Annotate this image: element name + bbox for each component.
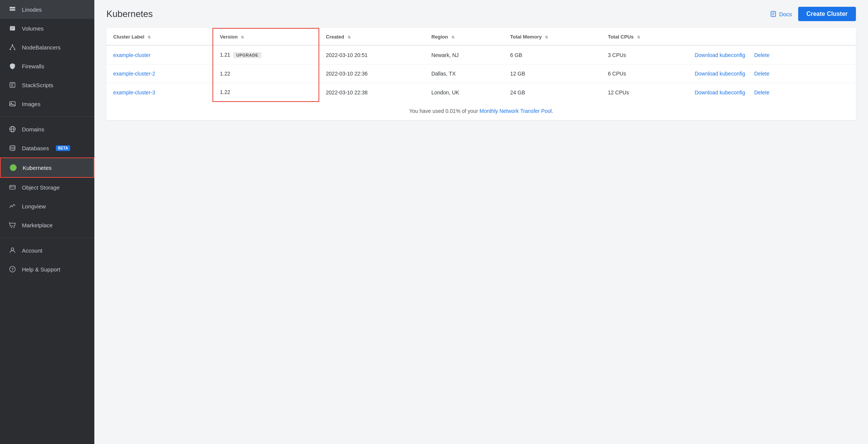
sidebar-item-kubernetes[interactable]: Kubernetes <box>0 157 94 178</box>
region-cell: London, UK <box>425 83 503 102</box>
col-cluster-label[interactable]: Cluster Label ⇅ <box>106 28 213 45</box>
version-cell: 1.22 <box>213 65 319 83</box>
sidebar-item-label: NodeBalancers <box>22 44 61 51</box>
total-cpus-cell: 12 CPUs <box>601 83 688 102</box>
col-actions <box>688 28 856 45</box>
docs-label: Docs <box>779 11 792 17</box>
domains-icon <box>8 125 17 133</box>
sidebar-item-volumes[interactable]: Volumes <box>0 19 94 38</box>
svg-rect-23 <box>10 185 15 189</box>
cluster-label-link[interactable]: example-cluster-2 <box>113 71 155 77</box>
sidebar-item-label: Volumes <box>22 25 44 32</box>
svg-line-11 <box>12 46 15 49</box>
sidebar-item-images[interactable]: Images <box>0 94 94 113</box>
cluster-label-cell: example-cluster <box>106 45 213 65</box>
actions-cell: Download kubeconfigDelete <box>688 83 856 102</box>
sidebar-item-label: Kubernetes <box>23 165 52 171</box>
region-cell: Dallas, TX <box>425 65 503 83</box>
sort-region-icon[interactable]: ⇅ <box>451 35 454 39</box>
svg-point-9 <box>14 49 15 50</box>
sidebar-item-linodes[interactable]: Linodes <box>0 0 94 19</box>
sidebar-item-nodebalancers[interactable]: NodeBalancers <box>0 38 94 57</box>
sidebar-item-label: Linodes <box>22 6 42 13</box>
sidebar-item-longview[interactable]: Longview <box>0 197 94 216</box>
kubernetes-icon <box>9 163 17 172</box>
header-actions: Docs Create Cluster <box>770 7 856 21</box>
sort-cluster-label-icon[interactable]: ⇅ <box>148 35 151 39</box>
docs-button[interactable]: Docs <box>770 11 792 17</box>
total-memory-cell: 24 GB <box>503 83 601 102</box>
table-row: example-cluster-21.222022-03-10 22:36Dal… <box>106 65 856 83</box>
svg-line-28 <box>9 222 10 224</box>
server-icon <box>8 5 17 14</box>
sort-created-icon[interactable]: ⇅ <box>348 35 351 39</box>
total-memory-cell: 12 GB <box>503 65 601 83</box>
transfer-note: You have used 0.01% of your Monthly Netw… <box>106 102 856 120</box>
table-row: example-cluster1.21UPGRADE2022-03-10 20:… <box>106 45 856 65</box>
docs-icon <box>770 11 777 17</box>
svg-point-2 <box>14 8 15 8</box>
images-icon <box>8 100 17 108</box>
clusters-table-container: Cluster Label ⇅ Version ⇅ Created ⇅ Regi… <box>106 28 856 120</box>
page-header: Kubernetes Docs Create Cluster <box>94 0 868 28</box>
svg-point-26 <box>11 227 12 228</box>
sidebar-item-databases[interactable]: Databases BETA <box>0 139 94 157</box>
cluster-label-cell: example-cluster-2 <box>106 65 213 83</box>
delete-link[interactable]: Delete <box>754 71 770 77</box>
actions-cell: Download kubeconfigDelete <box>688 65 856 83</box>
sidebar-item-label: StackScripts <box>22 82 53 88</box>
sidebar-item-label: Help & Support <box>22 266 60 273</box>
upgrade-badge[interactable]: UPGRADE <box>233 52 262 58</box>
sidebar: Linodes Volumes NodeBalancers Firewalls … <box>0 0 94 444</box>
sidebar-item-help-support[interactable]: ? Help & Support <box>0 260 94 279</box>
sidebar-item-label: Databases <box>22 145 49 151</box>
col-total-cpus[interactable]: Total CPUs ⇅ <box>601 28 688 45</box>
cluster-label-link[interactable]: example-cluster <box>113 52 151 58</box>
version-cell: 1.22 <box>213 83 319 102</box>
svg-point-3 <box>14 9 15 10</box>
help-icon: ? <box>8 265 17 273</box>
col-total-memory[interactable]: Total Memory ⇅ <box>503 28 601 45</box>
col-region[interactable]: Region ⇅ <box>425 28 503 45</box>
sidebar-item-marketplace[interactable]: Marketplace <box>0 216 94 234</box>
svg-rect-5 <box>11 28 14 28</box>
volumes-icon <box>8 24 17 32</box>
svg-rect-6 <box>11 29 13 29</box>
download-kubeconfig-link[interactable]: Download kubeconfig <box>695 89 745 96</box>
transfer-text: You have used 0.01% of your <box>409 108 479 114</box>
sort-memory-icon[interactable]: ⇅ <box>545 35 548 39</box>
delete-link[interactable]: Delete <box>754 89 770 96</box>
marketplace-icon <box>8 221 17 229</box>
sidebar-item-label: Object Storage <box>22 184 60 191</box>
sidebar-item-label: Longview <box>22 203 46 210</box>
created-cell: 2022-03-10 22:38 <box>319 83 425 102</box>
download-kubeconfig-link[interactable]: Download kubeconfig <box>695 52 745 58</box>
clusters-table: Cluster Label ⇅ Version ⇅ Created ⇅ Regi… <box>106 28 856 102</box>
transfer-pool-link[interactable]: Monthly Network Transfer Pool <box>480 108 552 114</box>
col-created[interactable]: Created ⇅ <box>319 28 425 45</box>
svg-point-27 <box>14 227 15 228</box>
sort-version-icon[interactable]: ⇅ <box>241 35 244 39</box>
sidebar-item-label: Marketplace <box>22 222 53 228</box>
svg-line-10 <box>10 46 12 49</box>
sidebar-item-label: Domains <box>22 126 44 133</box>
download-kubeconfig-link[interactable]: Download kubeconfig <box>695 71 745 77</box>
sidebar-item-object-storage[interactable]: Object Storage <box>0 178 94 197</box>
sidebar-item-label: Account <box>22 247 42 254</box>
sidebar-item-domains[interactable]: Domains <box>0 120 94 139</box>
svg-point-25 <box>11 186 11 187</box>
col-version[interactable]: Version ⇅ <box>213 28 319 45</box>
cluster-label-link[interactable]: example-cluster-3 <box>113 89 155 96</box>
table-row: example-cluster-31.222022-03-10 22:38Lon… <box>106 83 856 102</box>
sort-cpus-icon[interactable]: ⇅ <box>637 35 640 39</box>
total-cpus-cell: 6 CPUs <box>601 65 688 83</box>
total-memory-cell: 6 GB <box>503 45 601 65</box>
sidebar-item-stackscripts[interactable]: StackScripts <box>0 76 94 94</box>
sidebar-item-label: Images <box>22 101 40 107</box>
svg-point-29 <box>11 248 14 250</box>
delete-link[interactable]: Delete <box>754 52 770 58</box>
sidebar-item-firewalls[interactable]: Firewalls <box>0 57 94 76</box>
sidebar-item-account[interactable]: Account <box>0 241 94 260</box>
create-cluster-button[interactable]: Create Cluster <box>798 7 856 21</box>
svg-point-8 <box>10 49 11 50</box>
